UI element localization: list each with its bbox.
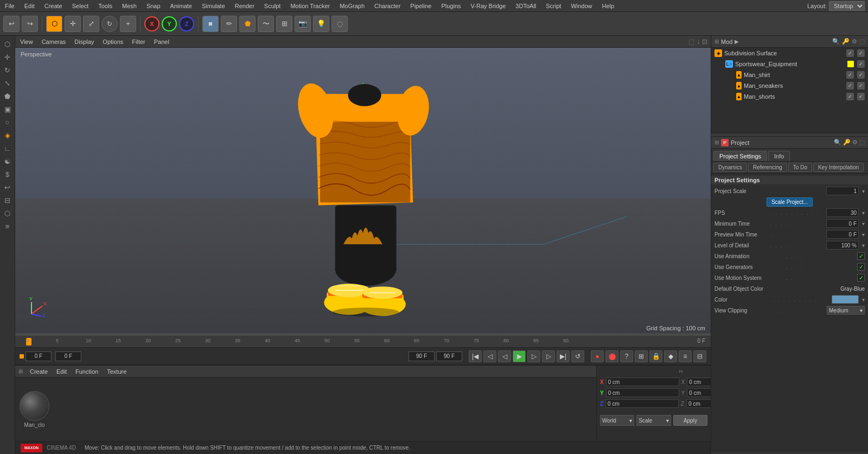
layer-btn[interactable]: ≡	[679, 350, 692, 362]
om-settings-icon[interactable]: ⚙	[852, 38, 857, 45]
scale-dropdown[interactable]: Scale ▾	[636, 415, 671, 426]
record-btn[interactable]: ●	[591, 350, 604, 362]
y-size-input[interactable]	[687, 388, 711, 397]
om-vis-subdivision[interactable]: ✓	[846, 49, 854, 57]
am-key-icon[interactable]: 🔑	[843, 139, 851, 146]
am-settings-icon[interactable]: ⚙	[852, 139, 858, 146]
viewport-menu-cameras[interactable]: Cameras	[40, 39, 68, 45]
menu-sculpt[interactable]: Sculpt	[263, 3, 283, 9]
om-item-subdivision[interactable]: ◈ Subdivision Surface ✓ ✓	[711, 48, 868, 59]
am-tab-project-settings[interactable]: Project Settings	[713, 151, 767, 161]
om-vis2-sportswear[interactable]: ✓	[857, 60, 865, 68]
x-size-input[interactable]	[687, 378, 711, 386]
am-input-fps[interactable]	[826, 208, 859, 217]
menu-plugins[interactable]: Plugins	[439, 3, 462, 9]
om-item-shorts[interactable]: ▲ Man_shorts ✓ ✓	[711, 91, 868, 102]
am-input-preview-min-time[interactable]	[826, 230, 859, 239]
left-tool-grid2[interactable]: ⊟	[2, 194, 14, 206]
left-tool-cube[interactable]: ▣	[2, 103, 14, 115]
menu-animate[interactable]: Animate	[169, 3, 194, 9]
menu-3dtoall[interactable]: 3DToAll	[514, 3, 538, 9]
om-vis2-shirt[interactable]: ✓	[857, 71, 865, 79]
left-tool-select[interactable]: ⬡	[2, 38, 14, 50]
current-frame-input[interactable]	[25, 351, 52, 361]
left-tool-knife[interactable]: ∟	[2, 142, 14, 154]
snap-btn[interactable]: ⊞	[635, 350, 648, 362]
left-tool-move[interactable]: ✛	[2, 51, 14, 63]
left-tool-rotate[interactable]: ↻	[2, 64, 14, 76]
auto-key-btn[interactable]: ⬤	[605, 350, 618, 362]
left-tool-scale[interactable]: ⤡	[2, 77, 14, 89]
menu-mesh[interactable]: Mesh	[120, 3, 138, 9]
menu-select[interactable]: Select	[71, 3, 91, 9]
camera-tool-button[interactable]: 📷	[295, 16, 311, 32]
viewport-menu-filter[interactable]: Filter	[130, 39, 146, 45]
x-coord-button[interactable]: X	[144, 16, 159, 31]
spline-tool-button[interactable]: ⬟	[239, 16, 256, 32]
om-vis2-subdivision[interactable]: ✓	[857, 49, 865, 57]
material-item[interactable]: Man_clo	[20, 391, 49, 428]
prev-key-button[interactable]: ◁	[483, 350, 496, 362]
pen-tool-button[interactable]: ✏	[221, 16, 237, 32]
am-subtab-dynamics[interactable]: Dynamics	[713, 163, 747, 172]
go-to-end-button[interactable]: ▶|	[557, 350, 570, 362]
menu-edit[interactable]: Edit	[23, 3, 36, 9]
morph-tool-button[interactable]: ◌	[331, 16, 348, 32]
z-pos-input[interactable]	[605, 399, 679, 408]
am-arrow-lod[interactable]: ▾	[862, 242, 865, 248]
viewport-3d[interactable]: View Cameras Display Options Filter Pane…	[15, 36, 711, 336]
material-menu-create[interactable]: Create	[28, 368, 49, 375]
om-key-icon[interactable]: 🔑	[842, 38, 850, 45]
am-arrow-fps[interactable]: ▾	[862, 210, 865, 216]
material-menu-edit[interactable]: Edit	[55, 368, 68, 375]
material-menu-texture[interactable]: Texture	[105, 368, 128, 375]
rotate-tool-button[interactable]: ↻	[101, 16, 118, 32]
select-tool-button[interactable]: ⬡	[46, 16, 62, 32]
menu-render[interactable]: Render	[233, 3, 256, 9]
menu-pipeline[interactable]: Pipeline	[409, 3, 433, 9]
left-tool-dollar[interactable]: $	[2, 168, 14, 180]
go-to-start-button[interactable]: |◀	[469, 350, 482, 362]
am-subtab-referencing[interactable]: Referencing	[748, 163, 787, 172]
curve-tool-button[interactable]: 〜	[258, 16, 274, 32]
next-frame-button[interactable]: ▷	[527, 350, 540, 362]
next-key-button[interactable]: ▷	[542, 350, 555, 362]
am-scrollbar[interactable]	[711, 451, 868, 454]
om-vis-shorts[interactable]: ✓	[846, 93, 854, 100]
end-frame-input2[interactable]	[436, 351, 462, 361]
menu-tools[interactable]: Tools	[97, 3, 114, 9]
om-item-sportswear[interactable]: L○ Sportswear_Equipment ✓	[711, 59, 868, 69]
scale-project-button[interactable]: Scale Project...	[767, 197, 813, 207]
am-input-project-scale[interactable]	[826, 187, 859, 195]
om-search-icon[interactable]: 🔍	[832, 38, 840, 45]
menu-script[interactable]: Script	[544, 3, 563, 9]
left-tool-bend[interactable]: ↩	[2, 181, 14, 193]
menu-file[interactable]: File	[3, 3, 16, 9]
viewport-menu-panel[interactable]: Panel	[152, 39, 171, 45]
play-button[interactable]: ▶	[513, 350, 526, 362]
am-checkbox-use-animation[interactable]: ✓	[857, 252, 865, 260]
am-expand-icon[interactable]: ⬚	[859, 139, 865, 146]
key-btn[interactable]: ◆	[664, 350, 677, 362]
viewport-menu-options[interactable]: Options	[101, 39, 125, 45]
om-vis-sportswear[interactable]	[847, 61, 854, 67]
x-pos-input[interactable]	[606, 378, 679, 386]
light-tool-button[interactable]: 💡	[313, 16, 329, 32]
menu-window[interactable]: Window	[569, 3, 593, 9]
am-checkbox-use-generators[interactable]: ✓	[857, 263, 865, 271]
world-dropdown[interactable]: World ▾	[600, 415, 634, 426]
om-item-sneakers[interactable]: ▲ Man_sneakers ✓ ✓	[711, 80, 868, 91]
add-tool-button[interactable]: +	[120, 16, 136, 32]
grid-tool-button[interactable]: ⊞	[276, 16, 292, 32]
z-size-input[interactable]	[686, 399, 711, 408]
am-input-min-time[interactable]	[826, 219, 859, 228]
menu-simulate[interactable]: Simulate	[200, 3, 227, 9]
om-vis2-sneakers[interactable]: ✓	[857, 82, 865, 89]
end-frame-input[interactable]	[409, 351, 435, 361]
om-arrow[interactable]: ▶	[735, 39, 739, 44]
frame-offset-input[interactable]	[55, 351, 81, 361]
am-subtab-key-interp[interactable]: Key Interpolation	[813, 163, 864, 172]
menu-snap[interactable]: Snap	[145, 3, 162, 9]
am-checkbox-use-motion-system[interactable]: ✓	[857, 274, 865, 282]
am-tab-info[interactable]: Info	[768, 151, 790, 161]
